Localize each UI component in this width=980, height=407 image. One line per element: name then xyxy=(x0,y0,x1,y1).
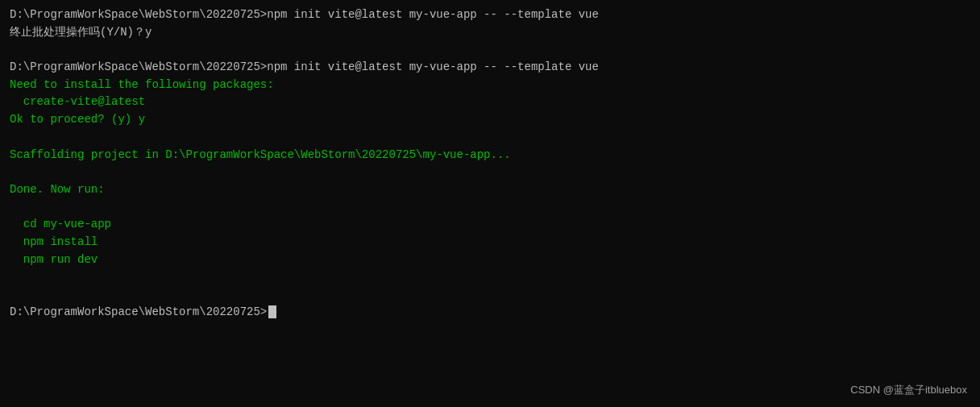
terminal-line: create-vite@latest xyxy=(10,93,970,111)
terminal-line: Ok to proceed? (y) y xyxy=(10,111,970,129)
terminal-line: npm run dev xyxy=(10,251,970,269)
terminal-line xyxy=(10,268,970,286)
terminal-line: Scaffolding project in D:\ProgramWorkSpa… xyxy=(10,147,970,164)
terminal-line xyxy=(10,164,970,181)
watermark: CSDN @蓝盒子itbluebox xyxy=(850,383,967,397)
terminal-line xyxy=(10,129,970,147)
terminal-output: D:\ProgramWorkSpace\WebStorm\20220725>np… xyxy=(10,6,970,321)
terminal-line: D:\ProgramWorkSpace\WebStorm\20220725>np… xyxy=(10,59,970,77)
terminal-line xyxy=(10,41,970,59)
terminal-line xyxy=(10,286,970,304)
terminal-line: cd my-vue-app xyxy=(10,216,970,234)
terminal-line: Need to install the following packages: xyxy=(10,77,970,94)
terminal-line: D:\ProgramWorkSpace\WebStorm\20220725>np… xyxy=(10,6,970,24)
terminal-line: 终止批处理操作吗(Y/N)？y xyxy=(10,24,970,42)
terminal-line: Done. Now run: xyxy=(10,181,970,199)
terminal-line: npm install xyxy=(10,234,970,251)
terminal-line xyxy=(10,199,970,217)
terminal-window: D:\ProgramWorkSpace\WebStorm\20220725>np… xyxy=(0,0,980,407)
cursor-block xyxy=(268,305,276,318)
terminal-line: D:\ProgramWorkSpace\WebStorm\20220725> xyxy=(10,304,970,322)
